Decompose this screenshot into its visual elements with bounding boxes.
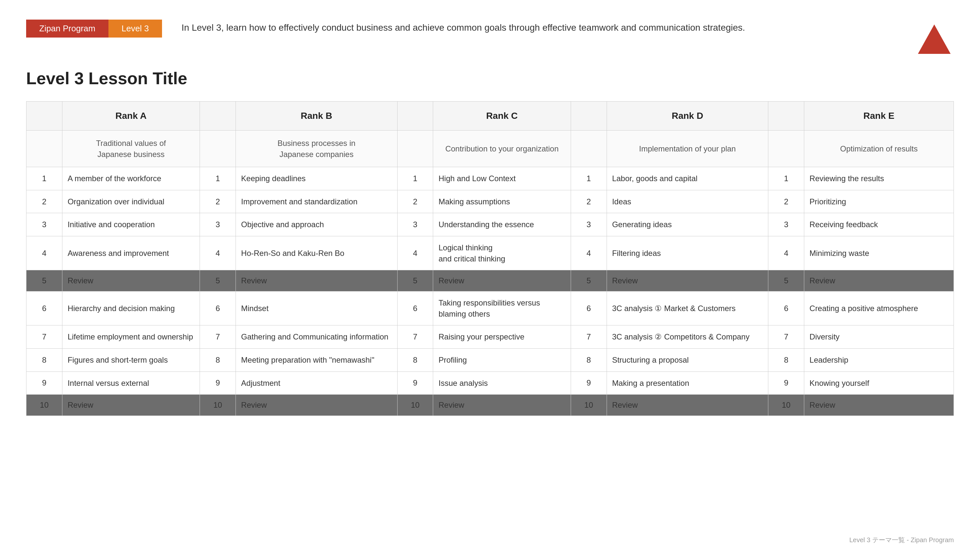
sub-b: Business processes inJapanese companies [236,130,398,167]
num-a-row0: 1 [27,167,62,190]
review-num-b: 5 [200,270,236,292]
cell-c-row3: Logical thinkingand critical thinking [433,236,571,270]
num-c-row1: 2 [397,190,433,213]
cell-a-row2: Initiative and cooperation [62,213,200,236]
review-cell-b: Review [236,270,398,292]
cell-a-row8: Internal versus external [62,372,200,395]
cell-d-row6: 3C analysis ② Competitors & Company [607,326,768,349]
th-rank-e: Rank E [804,102,954,130]
review-num-c: 5 [397,270,433,292]
page-title: Level 3 Lesson Title [26,68,954,88]
th-rank-a: Rank A [62,102,200,130]
num-d-row2: 3 [571,213,607,236]
subtitle-row: Traditional values ofJapanese business B… [27,130,954,167]
num-a-row2: 3 [27,213,62,236]
table-row: 8Figures and short-term goals8Meeting pr… [27,348,954,372]
table-row: 1A member of the workforce1Keeping deadl… [27,167,954,190]
cell-b-row1: Improvement and standardization [236,190,398,213]
cell-d-row8: Making a presentation [607,372,768,395]
num-a-row1: 2 [27,190,62,213]
cell-e-row2: Receiving feedback [804,213,954,236]
cell-a-row6: Lifetime employment and ownership [62,326,200,349]
num-c-row7: 8 [397,348,433,372]
cell-e-row7: Leadership [804,348,954,372]
num-b-row8: 9 [200,372,236,395]
table-row: 4Awareness and improvement4Ho-Ren-So and… [27,236,954,270]
cell-b-row7: Meeting preparation with "nemawashi" [236,348,398,372]
table-row: 5Review5Review5Review5Review5Review [27,270,954,292]
sub-d: Implementation of your plan [607,130,768,167]
num-b-row1: 2 [200,190,236,213]
cell-e-row8: Knowing yourself [804,372,954,395]
review-cell-a: Review [62,270,200,292]
cell-e-row6: Diversity [804,326,954,349]
review-num-a: 5 [27,270,62,292]
cell-c-row1: Making assumptions [433,190,571,213]
header-description: In Level 3, learn how to effectively con… [181,20,902,35]
cell-a-row0: A member of the workforce [62,167,200,190]
num-e-row1: 2 [768,190,804,213]
cell-d-row3: Filtering ideas [607,236,768,270]
num-b-row0: 1 [200,167,236,190]
review-cell-c: Review [433,395,571,416]
th-empty-c1 [397,102,433,130]
review-num-e: 5 [768,270,804,292]
num-a-row8: 9 [27,372,62,395]
footer-text: Level 3 テーマ一覧 - Zipan Program [850,536,954,545]
num-d-row7: 8 [571,348,607,372]
cell-b-row2: Objective and approach [236,213,398,236]
num-a-row6: 7 [27,326,62,349]
num-b-row6: 7 [200,326,236,349]
num-e-row0: 1 [768,167,804,190]
num-a-row5: 6 [27,292,62,326]
sub-c: Contribution to your organization [433,130,571,167]
svg-marker-0 [918,24,951,54]
num-a-row3: 4 [27,236,62,270]
review-cell-b: Review [236,395,398,416]
th-rank-c: Rank C [433,102,571,130]
th-empty-b1 [200,102,236,130]
table-row: 6Hierarchy and decision making6Mindset6T… [27,292,954,326]
cell-c-row5: Taking responsibilities versus blaming o… [433,292,571,326]
triangle-logo-icon [915,20,954,59]
num-b-row2: 3 [200,213,236,236]
cell-e-row3: Minimizing waste [804,236,954,270]
num-c-row2: 3 [397,213,433,236]
num-c-row0: 1 [397,167,433,190]
review-cell-c: Review [433,270,571,292]
review-num-c: 10 [397,395,433,416]
cell-c-row2: Understanding the essence [433,213,571,236]
num-e-row3: 4 [768,236,804,270]
cell-d-row5: 3C analysis ① Market & Customers [607,292,768,326]
num-d-row0: 1 [571,167,607,190]
sub-e: Optimization of results [804,130,954,167]
review-num-e: 10 [768,395,804,416]
cell-b-row3: Ho-Ren-So and Kaku-Ren Bo [236,236,398,270]
table-row: 3Initiative and cooperation3Objective an… [27,213,954,236]
header-top: Zipan Program Level 3 In Level 3, learn … [26,20,954,59]
review-num-a: 10 [27,395,62,416]
header-row: Rank A Rank B Rank C Rank D Rank E [27,102,954,130]
num-a-row7: 8 [27,348,62,372]
cell-a-row7: Figures and short-term goals [62,348,200,372]
num-d-row3: 4 [571,236,607,270]
th-rank-d: Rank D [607,102,768,130]
cell-c-row0: High and Low Context [433,167,571,190]
cell-b-row6: Gathering and Communicating information [236,326,398,349]
num-e-row7: 8 [768,348,804,372]
table-row: 10Review10Review10Review10Review10Review [27,395,954,416]
cell-d-row0: Labor, goods and capital [607,167,768,190]
num-b-row3: 4 [200,236,236,270]
num-d-row5: 6 [571,292,607,326]
num-e-row8: 9 [768,372,804,395]
cell-e-row5: Creating a positive atmosphere [804,292,954,326]
table-row: 9Internal versus external9Adjustment9Iss… [27,372,954,395]
table-row: 2Organization over individual2Improvemen… [27,190,954,213]
num-e-row6: 7 [768,326,804,349]
cell-c-row7: Profiling [433,348,571,372]
cell-d-row7: Structuring a proposal [607,348,768,372]
num-d-row6: 7 [571,326,607,349]
cell-e-row1: Prioritizing [804,190,954,213]
num-c-row6: 7 [397,326,433,349]
review-num-d: 5 [571,270,607,292]
